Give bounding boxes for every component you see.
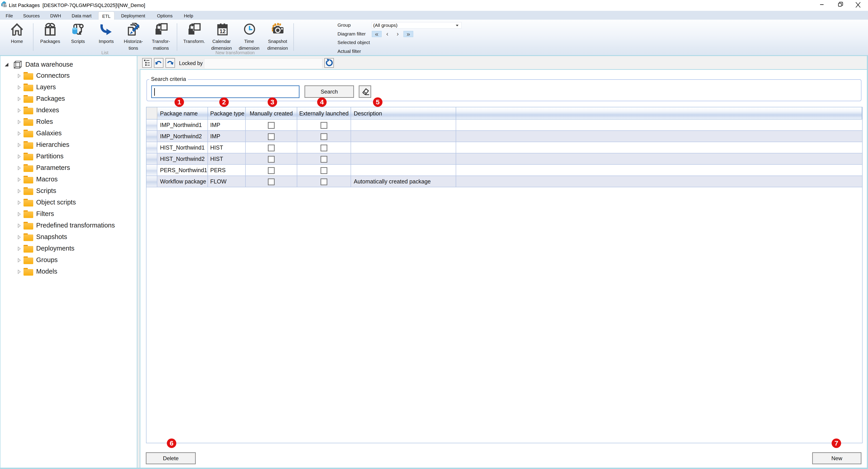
- svg-text:12: 12: [219, 28, 225, 34]
